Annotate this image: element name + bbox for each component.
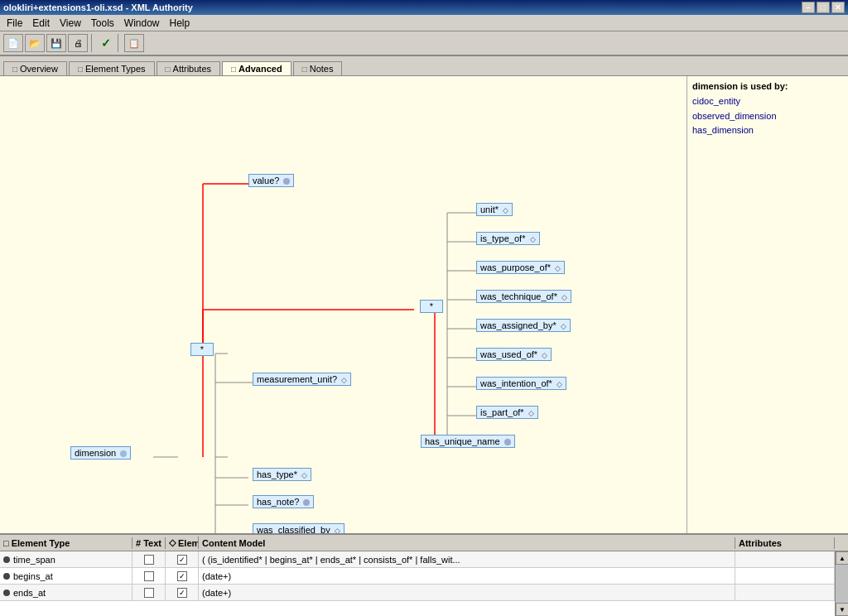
- checkbox-text-2[interactable]: [144, 588, 154, 598]
- has-unique-name-top-icon: [504, 439, 511, 445]
- node-has-type[interactable]: has_type* ◇: [253, 468, 311, 481]
- col-label-et: Element Type: [12, 538, 70, 548]
- canvas[interactable]: dimension * value? measurement_unit? ◇ h…: [0, 76, 687, 533]
- node-was-intention-of[interactable]: was_intention_of* ◇: [476, 377, 566, 390]
- node-was-purpose-of-label: was_purpose_of*: [480, 262, 551, 272]
- new-button[interactable]: 📄: [3, 34, 23, 52]
- toolbar-separator: [91, 34, 94, 52]
- node-has-note[interactable]: has_note?: [253, 495, 314, 508]
- menu-window[interactable]: Window: [119, 16, 165, 31]
- save-button[interactable]: 💾: [46, 34, 66, 52]
- node-value[interactable]: value?: [248, 174, 294, 187]
- cell-name-0: time_span: [0, 551, 132, 567]
- node-measurement-unit[interactable]: measurement_unit? ◇: [253, 373, 351, 386]
- node-star1[interactable]: *: [190, 343, 214, 356]
- table-row[interactable]: ends_at ✓ (date+): [0, 585, 835, 601]
- node-dimension-label: dimension: [75, 448, 116, 458]
- was-classified-connector: ◇: [335, 527, 340, 533]
- is-type-of-connector: ◇: [530, 235, 536, 243]
- maximize-button[interactable]: □: [817, 2, 830, 13]
- connection-lines: [0, 76, 687, 533]
- node-was-used-of[interactable]: was_used_of* ◇: [476, 348, 552, 361]
- used-by-cidoc[interactable]: cidoc_entity: [692, 94, 843, 109]
- node-has-unique-name-top[interactable]: has_unique_name: [421, 435, 515, 448]
- tab-attributes[interactable]: □ Attributes: [157, 61, 221, 75]
- node-unit[interactable]: unit* ◇: [476, 203, 513, 216]
- menu-tools[interactable]: Tools: [86, 16, 119, 31]
- node-was-classified-by-label: was_classified_by: [257, 525, 330, 533]
- has-note-icon: [303, 499, 310, 506]
- node-measurement-unit-label: measurement_unit?: [257, 374, 337, 384]
- node-was-purpose-of[interactable]: was_purpose_of* ◇: [476, 261, 565, 274]
- table-header: □ Element Type # Text ◇ Elem. Content Mo…: [0, 535, 848, 551]
- close-button[interactable]: ✕: [831, 2, 845, 13]
- node-is-type-of[interactable]: is_type_of* ◇: [476, 232, 540, 245]
- col-header-text: # Text: [132, 537, 166, 549]
- table-row[interactable]: begins_at ✓ (date+): [0, 568, 835, 585]
- cell-text-2[interactable]: [132, 585, 166, 600]
- menu-help[interactable]: Help: [165, 16, 195, 31]
- checkbox-text-0[interactable]: [144, 555, 154, 565]
- col-label-text: Text: [143, 538, 161, 548]
- info-button[interactable]: 📋: [124, 34, 144, 52]
- node-was-technique-of[interactable]: was_technique_of* ◇: [476, 290, 571, 303]
- unit-connector: ◇: [503, 206, 508, 214]
- right-panel: dimension is used by: cidoc_entity obser…: [687, 76, 848, 533]
- toolbar-separator2: [118, 34, 121, 52]
- node-is-part-of[interactable]: is_part_of* ◇: [476, 406, 538, 419]
- tab-icon-advanced: □: [231, 65, 236, 74]
- tab-overview[interactable]: □ Overview: [3, 61, 67, 75]
- checkbox-elem-0[interactable]: ✓: [177, 555, 187, 565]
- was-assigned-by-connector: ◇: [561, 322, 566, 330]
- col-label-content: Content Model: [202, 538, 265, 548]
- cell-elem-2[interactable]: ✓: [166, 585, 199, 600]
- used-by-observed[interactable]: observed_dimension: [692, 109, 843, 124]
- col-header-attrs: Attributes: [735, 537, 835, 549]
- print-button[interactable]: 🖨: [68, 34, 88, 52]
- scroll-track[interactable]: [836, 565, 848, 603]
- menu-view[interactable]: View: [55, 16, 86, 31]
- node-star2[interactable]: *: [420, 300, 443, 313]
- scroll-up-button[interactable]: ▲: [836, 551, 848, 565]
- col-header-element-type: □ Element Type: [0, 537, 132, 549]
- node-has-unique-name-top-label: has_unique_name: [425, 436, 500, 446]
- measurement-connector: ◇: [341, 376, 347, 384]
- scroll-down-button[interactable]: ▼: [836, 603, 848, 616]
- node-value-label: value?: [253, 176, 279, 185]
- dimension-icon: [120, 450, 127, 457]
- node-dimension[interactable]: dimension: [70, 446, 131, 460]
- was-technique-of-connector: ◇: [561, 293, 567, 301]
- table-row[interactable]: time_span ✓ ( (is_identified* | begins_a…: [0, 551, 835, 568]
- node-was-classified-by[interactable]: was_classified_by ◇: [253, 523, 344, 533]
- validate-button[interactable]: ✓: [98, 36, 114, 50]
- col-header-content: Content Model: [199, 537, 735, 549]
- cell-name-label-1: begins_at: [13, 571, 53, 581]
- checkbox-elem-2[interactable]: ✓: [177, 588, 187, 598]
- row-dot-1: [3, 573, 10, 580]
- bottom-panel: □ Element Type # Text ◇ Elem. Content Mo…: [0, 533, 848, 616]
- menu-file[interactable]: File: [2, 16, 27, 31]
- node-was-assigned-by[interactable]: was_assigned_by* ◇: [476, 319, 571, 332]
- titlebar-title: olokliri+extensions1-oli.xsd - XML Autho…: [3, 2, 193, 12]
- menu-edit[interactable]: Edit: [27, 16, 55, 31]
- cell-elem-1[interactable]: ✓: [166, 568, 199, 584]
- col-icon-et: □: [3, 538, 9, 548]
- cell-elem-0[interactable]: ✓: [166, 551, 199, 567]
- row-dot-0: [3, 556, 10, 563]
- tab-label-attributes: Attributes: [173, 64, 211, 74]
- tab-advanced[interactable]: □ Advanced: [222, 61, 292, 75]
- cell-text-0[interactable]: [132, 551, 166, 567]
- node-star1-label: *: [200, 344, 204, 354]
- minimize-button[interactable]: –: [802, 2, 815, 13]
- tab-label-notes: Notes: [310, 64, 334, 74]
- checkbox-text-1[interactable]: [144, 571, 154, 581]
- checkbox-elem-1[interactable]: ✓: [177, 571, 187, 581]
- cell-text-1[interactable]: [132, 568, 166, 584]
- tab-notes[interactable]: □ Notes: [293, 61, 343, 75]
- scrollbar[interactable]: ▲ ▼: [835, 551, 848, 616]
- used-by-has-dimension[interactable]: has_dimension: [692, 123, 843, 138]
- tab-element-types[interactable]: □ Element Types: [69, 61, 155, 75]
- right-panel-title: dimension is used by:: [692, 81, 843, 91]
- open-button[interactable]: 📂: [25, 34, 45, 52]
- tab-label-advanced: Advanced: [238, 64, 282, 74]
